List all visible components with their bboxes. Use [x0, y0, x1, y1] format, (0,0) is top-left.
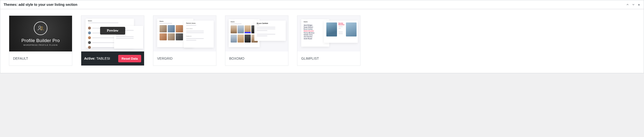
mock-name: Natalie Beaulieu [304, 30, 327, 32]
theme-card-tablesi[interactable]: Users [81, 16, 144, 66]
theme-name-vergrid: VERGRID [153, 52, 216, 66]
mock-sheet: Patrick Jones Contact details Employment [184, 20, 214, 48]
mock-profile-name: Patrick Jones [186, 22, 211, 24]
theme-preview-glimplist: Users Janet Bridges Sergio Wolbert Bruce… [297, 16, 360, 52]
theme-card-vergrid[interactable]: Users Patrick Jones Contact details Em [153, 16, 216, 66]
reset-data-button[interactable]: Reset Data [118, 55, 141, 62]
mock-name: Bruce Carlisle [304, 28, 327, 30]
mock-sheet: Natalie Beaulieu [324, 20, 358, 43]
mock-name: Sergio Wolbert [304, 26, 327, 28]
panel-header: Themes: add style to your user listing s… [0, 0, 644, 9]
theme-preview-boxomo: Users Bruce Carlisle Editor [225, 16, 288, 52]
theme-preview-default: Profile Builder Pro WORDPRESS PROFILE PL… [9, 16, 72, 52]
active-status: Active: TABLESI [84, 56, 110, 60]
theme-preview-tablesi: Users [81, 16, 144, 52]
mock-name: Janet Bridges [304, 24, 327, 26]
mock-heading: Users [304, 21, 327, 22]
users-icon [34, 22, 48, 35]
brand-subtitle: WORDPRESS PROFILE PLUGIN [24, 44, 58, 46]
theme-card-glimplist[interactable]: Users Janet Bridges Sergio Wolbert Bruce… [297, 16, 360, 66]
svg-marker-0 [638, 4, 640, 5]
theme-card-default[interactable]: Profile Builder Pro WORDPRESS PROFILE PL… [9, 16, 72, 66]
mock-name: Tommy Mendoza [304, 32, 327, 34]
svg-point-2 [41, 26, 43, 28]
svg-point-1 [39, 26, 41, 28]
panel-title: Themes: add style to your user listing s… [4, 3, 77, 6]
mock-name: Jose Sanchez [304, 36, 327, 38]
theme-preview-vergrid: Users Patrick Jones Contact details Em [153, 16, 216, 52]
mock-name: Justin Bryant [304, 38, 327, 40]
mock-heading: Users [230, 21, 258, 22]
theme-footer-tablesi: Active: TABLESI Reset Data [81, 52, 144, 66]
chevron-down-icon[interactable] [632, 3, 635, 6]
collapse-icon[interactable] [638, 3, 640, 6]
panel-controls [626, 3, 640, 6]
mock-profile-name: Natalie Beaulieu [338, 22, 344, 25]
chevron-up-icon[interactable] [626, 3, 629, 6]
preview-badge[interactable]: Preview [100, 27, 125, 34]
panel-body: Profile Builder Pro WORDPRESS PROFILE PL… [0, 9, 644, 73]
status-name: TABLESI [96, 56, 110, 60]
theme-name-default: DEFAULT [9, 52, 72, 66]
status-prefix: Active: [84, 56, 96, 60]
mock-sheet: Bruce Carlisle Editor [254, 20, 286, 41]
mock-profile-name: Bruce Carlisle [257, 22, 283, 24]
theme-name-boxomo: BOXOMO [225, 52, 288, 66]
brand-title: Profile Builder Pro [22, 38, 60, 43]
theme-name-glimplist: GLIMPLIST [297, 52, 360, 66]
theme-card-boxomo[interactable]: Users Bruce Carlisle Editor [225, 16, 288, 66]
themes-panel: Themes: add style to your user listing s… [0, 0, 644, 73]
mock-name: Ophelia Jones [304, 34, 327, 36]
